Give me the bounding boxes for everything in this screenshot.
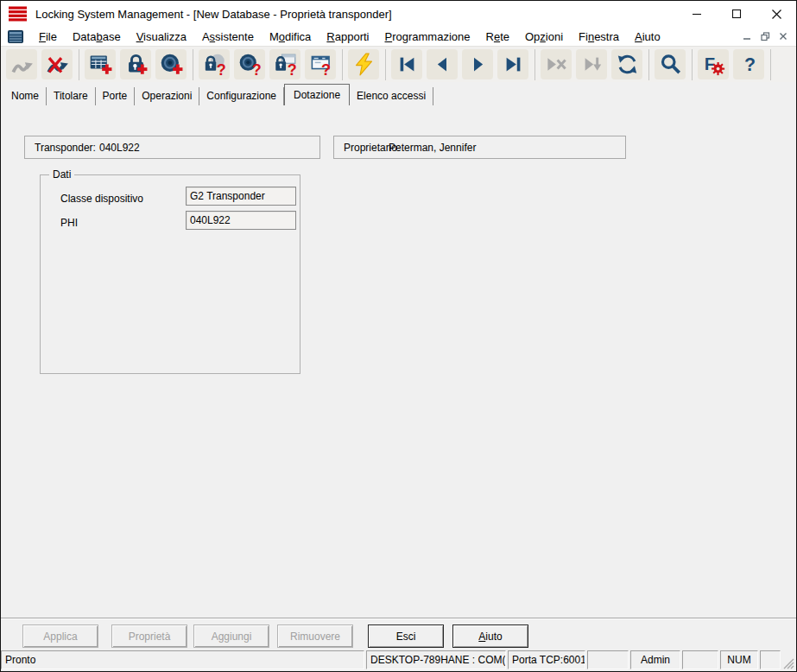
next-record-icon[interactable] bbox=[462, 49, 493, 79]
menubar: File Database Visualizza Assistente Modi… bbox=[1, 27, 796, 46]
mdi-restore-icon[interactable] bbox=[758, 30, 772, 43]
menu-opzioni[interactable]: Opzioni bbox=[517, 29, 571, 45]
menu-rete[interactable]: Rete bbox=[478, 29, 517, 45]
device-class-field[interactable] bbox=[186, 187, 296, 206]
toolbar: ? ? ? ? bbox=[1, 46, 796, 82]
resize-grip[interactable] bbox=[782, 650, 794, 669]
status-tcp-port: Porta TCP:6001 bbox=[508, 650, 585, 669]
toolbar-separator bbox=[385, 49, 386, 80]
titlebar: Locking System Management - [New Databas… bbox=[1, 1, 796, 27]
app-logo-icon bbox=[9, 6, 28, 22]
toolbar-separator bbox=[648, 49, 649, 80]
status-empty-2 bbox=[682, 650, 718, 669]
read-transponder-icon[interactable]: ? bbox=[234, 49, 265, 79]
filter-icon[interactable]: F bbox=[698, 49, 729, 79]
search-icon[interactable] bbox=[655, 49, 686, 79]
toolbar-separator bbox=[193, 49, 193, 80]
menu-modifica[interactable]: Modifica bbox=[262, 29, 319, 45]
transponder-label: Transponder: bbox=[35, 142, 96, 154]
esci-button[interactable]: Esci bbox=[368, 624, 444, 648]
rimuovere-button[interactable]: Rimuovere bbox=[277, 624, 353, 648]
tab-operazioni[interactable]: Operazioni bbox=[135, 87, 199, 105]
status-ready: Pronto bbox=[1, 650, 364, 669]
mdi-close-icon[interactable] bbox=[776, 30, 790, 43]
dati-groupbox: Dati Classe dispositivo PHI bbox=[40, 174, 300, 374]
menu-programmazione[interactable]: Programmazione bbox=[377, 29, 478, 45]
login-icon[interactable] bbox=[6, 49, 37, 79]
window-title: Locking System Management - [New Databas… bbox=[35, 8, 392, 21]
close-icon[interactable] bbox=[756, 1, 796, 27]
svg-text:?: ? bbox=[743, 54, 755, 75]
menu-aiuto[interactable]: Aiuto bbox=[627, 29, 668, 45]
read-lock-icon[interactable]: ? bbox=[199, 49, 230, 79]
mdi-minimize-icon[interactable] bbox=[740, 30, 754, 43]
menu-visualizza[interactable]: Visualizza bbox=[129, 29, 194, 45]
tab-elenco-accessi[interactable]: Elenco accessi bbox=[350, 87, 433, 105]
logout-icon[interactable] bbox=[41, 49, 73, 79]
skip-cancel-icon[interactable] bbox=[541, 49, 572, 79]
toolbar-separator bbox=[79, 49, 79, 80]
dati-legend: Dati bbox=[49, 168, 74, 181]
menu-finestra[interactable]: Finestra bbox=[571, 29, 627, 45]
owner-value: Peterman, Jennifer bbox=[389, 142, 476, 154]
device-class-label: Classe dispositivo bbox=[60, 193, 143, 205]
skip-down-icon[interactable] bbox=[576, 49, 607, 79]
aggiungi-button[interactable]: Aggiungi bbox=[193, 624, 269, 648]
tab-porte[interactable]: Porte bbox=[96, 87, 136, 105]
first-record-icon[interactable] bbox=[391, 49, 422, 79]
tab-page-dotazione: Transponder: 040L922 Proprietario: Peter… bbox=[1, 105, 796, 618]
transponder-value: 040L922 bbox=[99, 142, 140, 154]
tab-bar: Nome Titolare Porte Operazioni Configura… bbox=[1, 82, 796, 105]
phi-field[interactable] bbox=[186, 211, 296, 230]
status-user: Admin bbox=[630, 650, 680, 669]
button-bar: Applica Proprietà Aggiungi Rimuovere Esc… bbox=[1, 618, 796, 649]
toolbar-separator bbox=[692, 49, 693, 80]
new-lock-icon[interactable] bbox=[120, 49, 151, 79]
owner-box: Proprietario: Peterman, Jennifer bbox=[333, 136, 626, 159]
status-empty-3 bbox=[760, 650, 781, 669]
status-connection: DESKTOP-789HANE : COM(*) bbox=[366, 650, 506, 669]
new-locking-plan-icon[interactable] bbox=[85, 49, 116, 79]
statusbar: Pronto DESKTOP-789HANE : COM(*) Porta TC… bbox=[1, 649, 796, 671]
aiuto-button[interactable]: Aiuto bbox=[452, 624, 528, 648]
status-empty-1 bbox=[587, 650, 629, 669]
tab-configurazione[interactable]: Configurazione bbox=[199, 87, 284, 105]
document-icon bbox=[8, 30, 23, 43]
minimize-icon[interactable] bbox=[677, 1, 717, 27]
tab-nome[interactable]: Nome bbox=[4, 87, 47, 105]
maximize-icon[interactable] bbox=[717, 1, 756, 27]
read-mifare-lock-icon[interactable]: ? bbox=[269, 49, 300, 79]
help-icon[interactable]: ? bbox=[733, 49, 764, 79]
toolbar-separator bbox=[770, 49, 771, 80]
applica-button[interactable]: Applica bbox=[22, 624, 98, 648]
refresh-icon[interactable] bbox=[611, 49, 642, 79]
new-transponder-icon[interactable] bbox=[155, 49, 187, 79]
tab-titolare[interactable]: Titolare bbox=[47, 87, 96, 105]
proprieta-button[interactable]: Proprietà bbox=[111, 624, 187, 648]
tab-dotazione[interactable]: Dotazione bbox=[284, 84, 350, 106]
menu-file[interactable]: File bbox=[31, 29, 65, 45]
svg-text:?: ? bbox=[287, 61, 296, 76]
transponder-box: Transponder: 040L922 bbox=[24, 136, 320, 159]
menu-assistente[interactable]: Assistente bbox=[194, 29, 262, 45]
status-num-lock: NUM bbox=[720, 650, 758, 669]
menu-rapporti[interactable]: Rapporti bbox=[319, 29, 376, 45]
program-lightning-icon[interactable] bbox=[348, 49, 379, 79]
read-window-icon[interactable]: ? bbox=[305, 49, 336, 79]
svg-text:?: ? bbox=[321, 61, 331, 76]
svg-text:?: ? bbox=[251, 61, 261, 76]
app-window: Locking System Management - [New Databas… bbox=[0, 0, 797, 672]
phi-label: PHI bbox=[60, 217, 78, 229]
last-record-icon[interactable] bbox=[497, 49, 528, 79]
toolbar-separator bbox=[534, 49, 535, 80]
svg-text:?: ? bbox=[216, 61, 225, 76]
menu-database[interactable]: Database bbox=[65, 29, 129, 45]
toolbar-separator bbox=[342, 49, 343, 80]
prev-record-icon[interactable] bbox=[427, 49, 458, 79]
